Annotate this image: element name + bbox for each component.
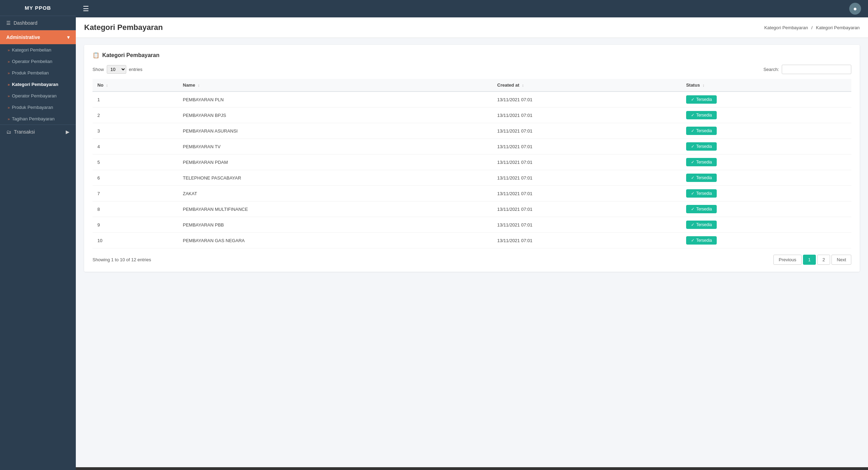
cell-created-at: 13/11/2021 07:01 [492, 186, 681, 201]
status-badge[interactable]: ✓ Tersedia [686, 111, 717, 119]
table-row: 9 PEMBAYARAN PBB 13/11/2021 07:01 ✓ Ters… [93, 217, 851, 233]
col-no[interactable]: No ↕ [93, 79, 178, 91]
hamburger-icon: ☰ [6, 20, 11, 26]
col-name[interactable]: Name ↕ [178, 79, 492, 91]
sidebar-item-transaksi[interactable]: 🗂 Transaksi ▶ [0, 125, 76, 139]
table-row: 10 PEMBAYARAN GAS NEGARA 13/11/2021 07:0… [93, 233, 851, 248]
breadcrumb: Kategori Pembayaran / Kategori Pembayara… [764, 25, 860, 30]
sort-icon: ↕ [702, 83, 705, 87]
status-badge[interactable]: ✓ Tersedia [686, 174, 717, 182]
cell-no: 4 [93, 139, 178, 154]
cell-created-at: 13/11/2021 07:01 [492, 201, 681, 217]
sidebar-item-produk-pembelian[interactable]: » Produk Pembelian [0, 67, 76, 79]
cell-created-at: 13/11/2021 07:01 [492, 233, 681, 248]
entries-label: entries [129, 67, 143, 72]
check-icon: ✓ [691, 160, 694, 165]
col-name-label: Name [183, 82, 195, 88]
table-body: 1 PEMBAYARAN PLN 13/11/2021 07:01 ✓ Ters… [93, 91, 851, 248]
topbar-right: ● [849, 3, 861, 15]
status-badge[interactable]: ✓ Tersedia [686, 127, 717, 135]
cell-created-at: 13/11/2021 07:01 [492, 170, 681, 186]
cell-status: ✓ Tersedia [681, 91, 851, 107]
page-2-button[interactable]: 2 [817, 255, 830, 265]
chevron-right-icon: » [8, 71, 10, 75]
table-row: 8 PEMBAYARAN MULTIFINANCE 13/11/2021 07:… [93, 201, 851, 217]
check-icon: ✓ [691, 113, 694, 118]
data-table: No ↕ Name ↕ Created at ↕ Status [93, 79, 851, 248]
cell-status: ✓ Tersedia [681, 217, 851, 233]
sidebar: MY PPOB ☰ Dashboard Administrative ▾ » K… [0, 0, 76, 470]
cell-created-at: 13/11/2021 07:01 [492, 154, 681, 170]
status-badge[interactable]: ✓ Tersedia [686, 95, 717, 104]
sidebar-item-kategori-pembelian[interactable]: » Kategori Pembelian [0, 44, 76, 56]
next-button[interactable]: Next [831, 255, 851, 265]
sort-icon: ↕ [106, 83, 108, 87]
status-badge[interactable]: ✓ Tersedia [686, 205, 717, 213]
pagination-area: Showing 1 to 10 of 12 entries Previous 1… [93, 255, 851, 265]
content-area: 📋 Kategori Pembayaran Show 10 25 50 100 … [76, 38, 868, 466]
breadcrumb-current: Kategori Pembayaran [816, 25, 860, 30]
user-icon: ● [853, 5, 857, 13]
cell-status: ✓ Tersedia [681, 186, 851, 201]
status-badge[interactable]: ✓ Tersedia [686, 236, 717, 245]
cell-no: 2 [93, 107, 178, 123]
sidebar-sub-label: Tagihan Pembayaran [12, 116, 55, 121]
sidebar-item-operator-pembayaran[interactable]: » Operator Pembayaran [0, 90, 76, 102]
sidebar-sub-label: Operator Pembayaran [12, 93, 57, 98]
status-badge[interactable]: ✓ Tersedia [686, 189, 717, 198]
page-1-button[interactable]: 1 [803, 255, 816, 265]
cell-status: ✓ Tersedia [681, 139, 851, 154]
entries-select[interactable]: 10 25 50 100 [107, 65, 126, 74]
sort-icon: ↕ [198, 83, 200, 87]
cell-created-at: 13/11/2021 07:01 [492, 123, 681, 139]
avatar[interactable]: ● [849, 3, 861, 15]
cell-name: TELEPHONE PASCABAYAR [178, 170, 492, 186]
sidebar-item-dashboard[interactable]: ☰ Dashboard [0, 16, 76, 30]
check-icon: ✓ [691, 238, 694, 243]
sidebar-administrative-header[interactable]: Administrative ▾ [0, 30, 76, 44]
scrollbar[interactable] [76, 467, 868, 470]
sidebar-dashboard-label: Dashboard [14, 20, 38, 26]
cell-created-at: 13/11/2021 07:01 [492, 217, 681, 233]
status-badge[interactable]: ✓ Tersedia [686, 142, 717, 151]
chevron-right-icon: » [8, 105, 10, 110]
chevron-right-icon: ▶ [66, 129, 70, 135]
status-badge[interactable]: ✓ Tersedia [686, 221, 717, 229]
cell-no: 7 [93, 186, 178, 201]
table-row: 7 ZAKAT 13/11/2021 07:01 ✓ Tersedia [93, 186, 851, 201]
search-area: Search: [763, 65, 851, 74]
cell-status: ✓ Tersedia [681, 154, 851, 170]
cell-no: 5 [93, 154, 178, 170]
search-label: Search: [763, 67, 779, 72]
main-content: ☰ ● Kategori Pembayaran Kategori Pembaya… [76, 0, 868, 470]
cell-name: PEMBAYARAN ASURANSI [178, 123, 492, 139]
cell-created-at: 13/11/2021 07:01 [492, 91, 681, 107]
sidebar-item-operator-pembelian[interactable]: » Operator Pembelian [0, 56, 76, 67]
page-title: Kategori Pembayaran [84, 23, 163, 32]
col-no-label: No [97, 82, 103, 88]
cell-status: ✓ Tersedia [681, 107, 851, 123]
status-badge[interactable]: ✓ Tersedia [686, 158, 717, 166]
check-icon: ✓ [691, 144, 694, 149]
check-icon: ✓ [691, 207, 694, 212]
show-label: Show [93, 67, 104, 72]
check-icon: ✓ [691, 97, 694, 102]
chevron-right-icon: » [8, 94, 10, 98]
previous-button[interactable]: Previous [773, 255, 802, 265]
sidebar-sub-label: Kategori Pembayaran [12, 82, 58, 87]
col-status[interactable]: Status ↕ [681, 79, 851, 91]
topbar: ☰ ● [76, 0, 868, 17]
col-created-at[interactable]: Created at ↕ [492, 79, 681, 91]
search-input[interactable] [782, 65, 851, 74]
topbar-hamburger-icon[interactable]: ☰ [83, 5, 89, 13]
chevron-right-icon: » [8, 59, 10, 64]
sidebar-item-tagihan-pembayaran[interactable]: » Tagihan Pembayaran [0, 113, 76, 125]
cell-no: 10 [93, 233, 178, 248]
sidebar-item-produk-pembayaran[interactable]: » Produk Pembayaran [0, 102, 76, 113]
cell-status: ✓ Tersedia [681, 201, 851, 217]
cell-status: ✓ Tersedia [681, 123, 851, 139]
cell-created-at: 13/11/2021 07:01 [492, 107, 681, 123]
sidebar-item-kategori-pembayaran[interactable]: » Kategori Pembayaran [0, 79, 76, 90]
col-created-at-label: Created at [497, 82, 520, 88]
card-title-text: Kategori Pembayaran [102, 52, 160, 58]
